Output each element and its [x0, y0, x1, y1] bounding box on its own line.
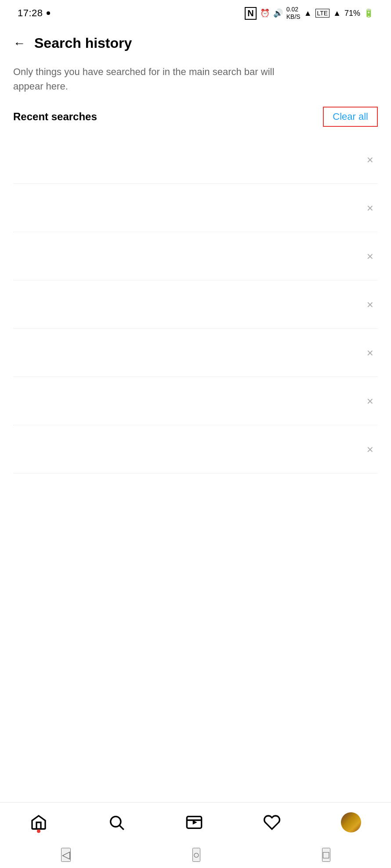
remove-item-button[interactable]: × [362, 343, 378, 363]
search-icon [108, 814, 125, 831]
profile-avatar [341, 812, 361, 832]
search-item: × [13, 136, 378, 184]
home-notification-dot [37, 829, 40, 833]
search-item: × [13, 329, 378, 377]
network-speed: 0.02KB/S [286, 6, 300, 21]
nav-videos[interactable] [185, 814, 203, 831]
search-items-list: × × × × × × × [0, 136, 391, 473]
signal-icon: ▲ [333, 9, 341, 18]
system-back-button[interactable]: ◁ [61, 848, 71, 862]
recent-searches-header: Recent searches Clear all [0, 98, 391, 136]
status-dot [47, 11, 50, 15]
wifi-icon: ▲ [304, 9, 312, 18]
home-icon [30, 814, 47, 831]
status-left: 17:28 [18, 7, 54, 19]
system-nav: ◁ ○ □ [0, 842, 391, 868]
nav-profile[interactable] [341, 812, 361, 832]
recent-searches-label: Recent searches [13, 111, 97, 123]
remove-item-button[interactable]: × [362, 294, 378, 315]
alarm-icon: ⏰ [260, 8, 270, 18]
likes-icon [263, 814, 281, 831]
search-item: × [13, 232, 378, 280]
description-text: Only things you have searched for in the… [0, 56, 299, 98]
search-item: × [13, 184, 378, 232]
nav-search[interactable] [108, 814, 125, 831]
status-time: 17:28 [18, 7, 43, 19]
system-home-button[interactable]: ○ [192, 848, 201, 862]
remove-item-button[interactable]: × [362, 391, 378, 411]
bluetooth-icon: 🔊 [273, 8, 283, 18]
battery-icon: 🔋 [364, 8, 373, 18]
status-bar: 17:28 N ⏰ 🔊 0.02KB/S ▲ LTE ▲ 71% 🔋 [0, 0, 391, 26]
system-recent-button[interactable]: □ [322, 848, 330, 862]
search-item: × [13, 280, 378, 329]
remove-item-button[interactable]: × [362, 198, 378, 218]
nfc-icon: N [245, 7, 256, 20]
remove-item-button[interactable]: × [362, 150, 378, 170]
search-item: × [13, 377, 378, 425]
remove-item-button[interactable]: × [362, 246, 378, 266]
battery-level: 71% [344, 9, 360, 18]
videos-icon [185, 814, 203, 831]
clear-all-button[interactable]: Clear all [323, 107, 378, 127]
svg-line-1 [120, 825, 124, 829]
svg-point-0 [111, 816, 121, 826]
page-title: Search history [34, 35, 132, 51]
search-item: × [13, 425, 378, 473]
back-button[interactable]: ← [13, 36, 25, 50]
header: ← Search history [0, 26, 391, 56]
remove-item-button[interactable]: × [362, 439, 378, 459]
lte-icon: LTE [315, 9, 330, 18]
bottom-nav [0, 802, 391, 842]
nav-home[interactable] [30, 814, 47, 831]
status-right: N ⏰ 🔊 0.02KB/S ▲ LTE ▲ 71% 🔋 [245, 6, 373, 21]
nav-likes[interactable] [263, 814, 281, 831]
